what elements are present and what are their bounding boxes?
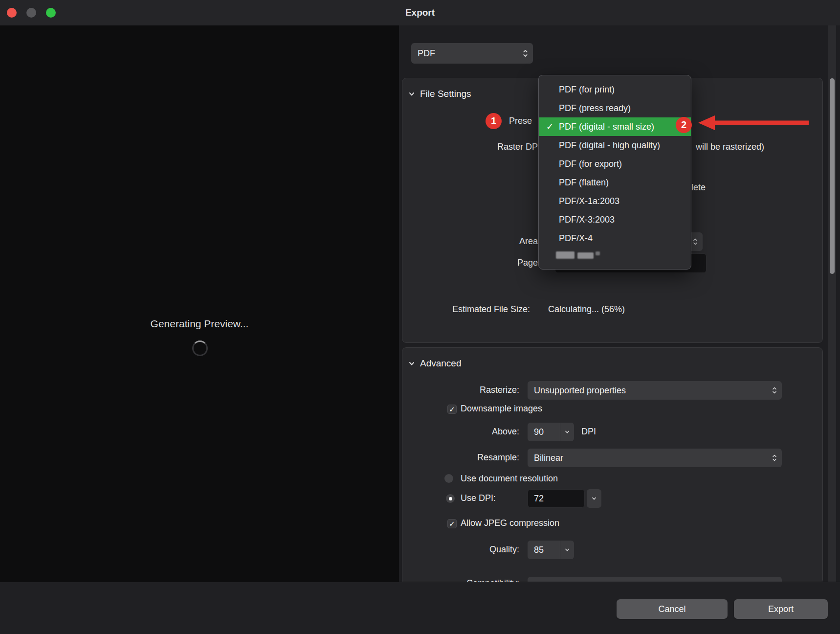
use-dpi-input[interactable]: 72 [528,489,585,508]
menu-item-pdf-flatten[interactable]: PDF (flatten) [539,173,691,192]
menu-item-pdf-digital-high-quality[interactable]: PDF (digital - high quality) [539,136,691,155]
estimated-size-value: Calculating... (56%) [548,304,625,315]
quality-select[interactable]: 85 [528,541,574,559]
menu-item-pdf-press-ready[interactable]: PDF (press ready) [539,99,691,117]
stepper-icon [772,453,777,463]
menu-item-pdf-for-print[interactable]: PDF (for print) [539,80,691,99]
preview-pane: Generating Preview... [0,25,399,582]
export-button[interactable]: Export [734,599,828,619]
rasterize-label: Rasterize: [402,385,519,395]
menu-item-pdf-digital-small-size[interactable]: ✓ PDF (digital - small size) [539,117,691,136]
menu-item-label: PDF (press ready) [559,103,631,113]
menu-item-pdfx-4[interactable]: PDF/X-4 [539,229,691,248]
raster-dpi-label-fragment: Raster DP [416,142,538,152]
redacted-menu-item [556,251,575,259]
quality-label: Quality: [402,544,519,555]
check-icon: ✓ [449,406,455,413]
downsample-checkbox[interactable]: ✓ [447,405,457,414]
raster-note-fragment: will be rasterized) [696,142,764,152]
menu-item-label: PDF (for export) [559,159,622,169]
chevron-down-icon [560,423,574,441]
menu-item-label: PDF (for print) [559,85,615,95]
menu-item-pdf-for-export[interactable]: PDF (for export) [539,155,691,173]
loading-spinner-icon [192,340,208,356]
jpeg-compression-checkbox[interactable]: ✓ [447,519,457,528]
preset-label-fragment: Prese [509,116,532,126]
pages-label-fragment: Page [416,258,538,268]
checkmark-icon: ✓ [546,121,553,132]
stepper-icon [692,237,698,247]
window-title: Export [0,0,840,25]
titlebar: Export [0,0,840,26]
use-dpi-radio[interactable] [446,494,455,503]
scrollbar-thumb[interactable] [830,78,835,274]
use-dpi-dropdown-button[interactable] [587,489,601,508]
jpeg-compression-label: Allow JPEG compression [461,518,559,528]
preset-menu: PDF (for print) PDF (press ready) ✓ PDF … [538,75,691,270]
redacted-menu-item [577,252,594,259]
step-2-badge: 2 [676,117,692,133]
estimated-size-label: Estimated File Size: [452,304,530,315]
export-dialog: Export Generating Preview... PDF File Se… [0,0,840,634]
stepper-icon [522,48,529,59]
redacted-menu-item [596,251,600,255]
menu-item-pdfx-3-2003[interactable]: PDF/X-3:2003 [539,210,691,229]
resample-select[interactable]: Bilinear [528,449,782,467]
chevron-down-icon [408,90,416,98]
menu-item-label: PDF/X-1a:2003 [559,196,619,206]
use-document-resolution-label: Use document resolution [461,474,558,484]
format-select[interactable]: PDF [411,43,533,64]
downsample-label: Downsample images [461,404,542,414]
delete-text-fragment: lete [691,182,706,193]
advanced-panel: Advanced Rasterize: Unsupported properti… [402,347,823,584]
above-dpi-value: 90 [528,427,560,437]
area-label-fragment: Area [416,236,538,247]
file-settings-header[interactable]: File Settings [408,89,471,99]
rasterize-select[interactable]: Unsupported properties [528,381,782,400]
above-dpi-select[interactable]: 90 [528,423,574,441]
above-label: Above: [402,427,519,437]
step-1-badge: 1 [486,113,502,129]
chevron-down-icon [408,360,416,367]
dpi-unit-label: DPI [581,427,596,437]
quality-value: 85 [528,545,560,555]
menu-item-label: PDF (flatten) [559,178,609,188]
format-select-value: PDF [411,48,522,59]
use-dpi-value: 72 [528,494,544,504]
check-icon: ✓ [449,520,455,527]
cancel-button[interactable]: Cancel [617,599,728,619]
use-dpi-label: Use DPI: [461,493,496,503]
menu-item-pdfx-1a-2003[interactable]: PDF/X-1a:2003 [539,192,691,210]
rasterize-select-value: Unsupported properties [528,385,772,396]
menu-item-label: PDF/X-3:2003 [559,215,615,225]
chevron-down-icon [560,541,574,559]
menu-item-label: PDF/X-4 [559,233,593,244]
resample-select-value: Bilinear [528,453,772,463]
advanced-header[interactable]: Advanced [408,358,462,369]
menu-item-label: PDF (digital - small size) [559,122,654,132]
stepper-icon [772,385,777,395]
footer-bar: Cancel Export [0,582,840,634]
advanced-title: Advanced [420,358,462,369]
generating-preview-text: Generating Preview... [0,318,399,330]
file-settings-title: File Settings [420,89,471,99]
annotation-arrow [696,113,814,133]
chevron-down-icon [591,496,597,501]
menu-item-label: PDF (digital - high quality) [559,140,660,151]
resample-label: Resample: [402,453,519,463]
use-document-resolution-radio[interactable] [444,474,453,483]
